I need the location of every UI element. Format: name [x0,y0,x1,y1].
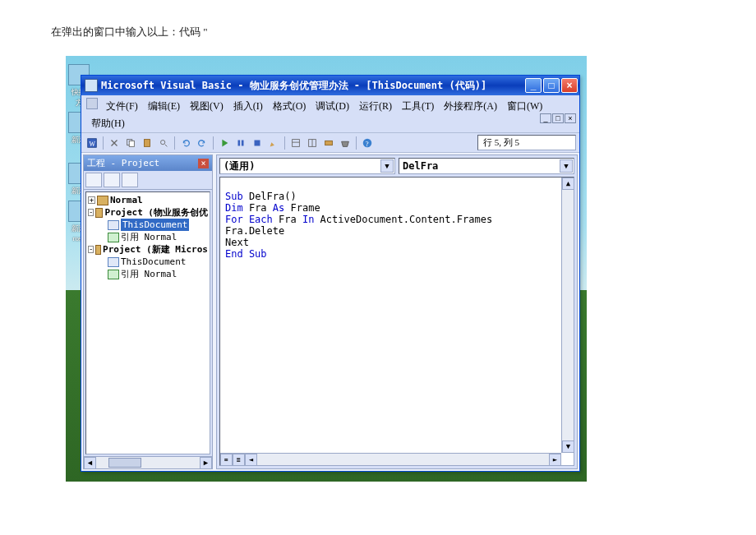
pane-close-button[interactable]: × [198,159,209,168]
scroll-down-icon[interactable]: ▼ [562,440,574,453]
properties-window-button[interactable] [305,136,320,150]
tree-label: Project (新建 Micros [103,243,208,256]
cut-button[interactable] [107,136,122,150]
scroll-left-icon[interactable]: ◄ [84,457,96,469]
word-view-button[interactable]: W [85,136,99,150]
app-icon [85,79,98,92]
mdi-restore-button[interactable]: □ [552,113,564,123]
tree-label: 引用 Normal [121,268,177,280]
instruction-text: 在弹出的窗口中输入以上：代码 " [51,25,208,39]
mdi-minimize-button[interactable]: _ [540,113,551,123]
separator [284,136,285,150]
dropdown-arrow-icon[interactable]: ▼ [380,159,394,173]
pane-hscrollbar[interactable]: ◄ ► [84,456,212,468]
help-button[interactable]: ? [360,136,375,150]
paste-button[interactable] [140,136,154,150]
full-module-view-button[interactable]: ≣ [233,454,245,466]
tree-label-selected: ThisDocument [121,219,189,231]
pane-titlebar[interactable]: 工程 - Project × [84,155,212,171]
tree-label: ThisDocument [121,256,186,268]
separator [174,136,175,150]
tree-node-project1[interactable]: - Project (物业服务创优 [88,206,208,219]
svg-rect-8 [255,140,260,145]
toolbox-button[interactable] [338,136,353,150]
project-tree[interactable]: + Normal - Project (物业服务创优 ThisDocument [85,191,210,454]
mdi-close-button[interactable]: × [565,113,576,123]
scroll-up-icon[interactable]: ▲ [562,178,574,190]
tree-label: 引用 Normal [121,231,177,243]
toggle-folders-button[interactable] [122,173,138,187]
document-icon [108,257,119,267]
menu-window[interactable]: 窗口(W) [502,98,547,115]
dropdown-arrow-icon[interactable]: ▼ [560,159,573,173]
toolbar: W ? 行 5, 列 5 [81,132,579,153]
titlebar[interactable]: Microsoft Visual Basic - 物业服务创优管理办法 - [T… [81,76,579,95]
code-hscrollbar[interactable]: ≡ ≣ ◄ ► [220,453,561,465]
tree-node-project2[interactable]: - Project (新建 Micros [88,243,208,256]
tree-node-normal[interactable]: + Normal [88,194,208,206]
scroll-right-icon[interactable]: ► [200,457,212,469]
break-button[interactable] [233,136,248,150]
separator [103,136,104,150]
minimize-button[interactable]: _ [525,78,542,93]
code-pane: (通用) ▼ DelFra ▼ Sub DelFra() Dim Fra As … [216,155,578,469]
vb-editor-window: Microsoft Visual Basic - 物业服务创优管理办法 - [T… [81,75,580,472]
menu-debug[interactable]: 调试(D) [311,98,354,115]
reference-icon [108,233,119,242]
menu-format[interactable]: 格式(O) [268,98,311,115]
editor-body: 工程 - Project × + Normal - [81,153,579,471]
code-vscrollbar[interactable]: ▲ ▼ [561,178,574,453]
svg-point-5 [161,140,165,144]
code-text[interactable]: Sub DelFra() Dim Fra As Frame For Each F… [225,179,492,260]
code-editor[interactable]: Sub DelFra() Dim Fra As Frame For Each F… [219,177,574,466]
menu-bar: 文件(F) 编辑(E) 视图(V) 插入(I) 格式(O) 调试(D) 运行(R… [81,95,579,132]
svg-rect-13 [325,141,333,145]
menu-file[interactable]: 文件(F) [101,98,143,115]
view-code-button[interactable] [85,173,102,187]
cursor-position-readout: 行 5, 列 5 [477,135,576,150]
desktop-background: 快捷方 新建 新建 新建 rosc Microsoft Visual Basic… [66,56,587,482]
procedure-view-button[interactable]: ≡ [220,454,233,466]
separator [213,136,214,150]
close-button[interactable]: × [561,78,578,93]
find-button[interactable] [156,136,171,150]
procedure-dropdown-value: DelFra [403,160,438,172]
reset-button[interactable] [250,136,265,150]
menu-insert[interactable]: 插入(I) [228,98,268,115]
menu-addins[interactable]: 外接程序(A) [439,98,502,115]
menu-edit[interactable]: 编辑(E) [143,98,185,115]
procedure-dropdown[interactable]: DelFra ▼ [399,158,574,174]
pane-toolbar [84,171,212,190]
scroll-thumb[interactable] [108,458,141,468]
copy-button[interactable] [123,136,138,150]
menu-run[interactable]: 运行(R) [354,98,397,115]
design-mode-button[interactable] [266,136,281,150]
menu-tools[interactable]: 工具(T) [397,98,439,115]
tree-node-reference[interactable]: 引用 Normal [108,231,208,243]
collapse-icon[interactable]: - [88,209,94,216]
expand-icon[interactable]: + [88,196,95,204]
project-explorer-pane: 工程 - Project × + Normal - [83,155,213,469]
project-explorer-button[interactable] [288,136,303,150]
object-browser-button[interactable] [321,136,336,150]
scroll-left-icon[interactable]: ◄ [245,454,257,466]
menu-view[interactable]: 视图(V) [185,98,228,115]
tree-node-thisdocument[interactable]: ThisDocument [108,256,208,268]
object-dropdown[interactable]: (通用) ▼ [219,158,395,174]
system-menu-icon[interactable] [86,98,98,109]
view-object-button[interactable] [104,173,120,187]
scroll-right-icon[interactable]: ► [549,454,561,466]
menu-help[interactable]: 帮助(H) [86,115,130,132]
reference-icon [108,270,119,279]
redo-button[interactable] [195,136,210,150]
collapse-icon[interactable]: - [88,246,94,253]
undo-button[interactable] [178,136,193,150]
pane-title-text: 工程 - Project [87,157,159,169]
run-button[interactable] [217,136,232,150]
tree-node-thisdocument[interactable]: ThisDocument [108,219,208,231]
maximize-button[interactable]: □ [543,78,560,93]
project-icon [95,208,103,218]
project-icon [95,245,101,255]
tree-node-reference[interactable]: 引用 Normal [108,268,208,280]
svg-text:W: W [90,140,96,147]
